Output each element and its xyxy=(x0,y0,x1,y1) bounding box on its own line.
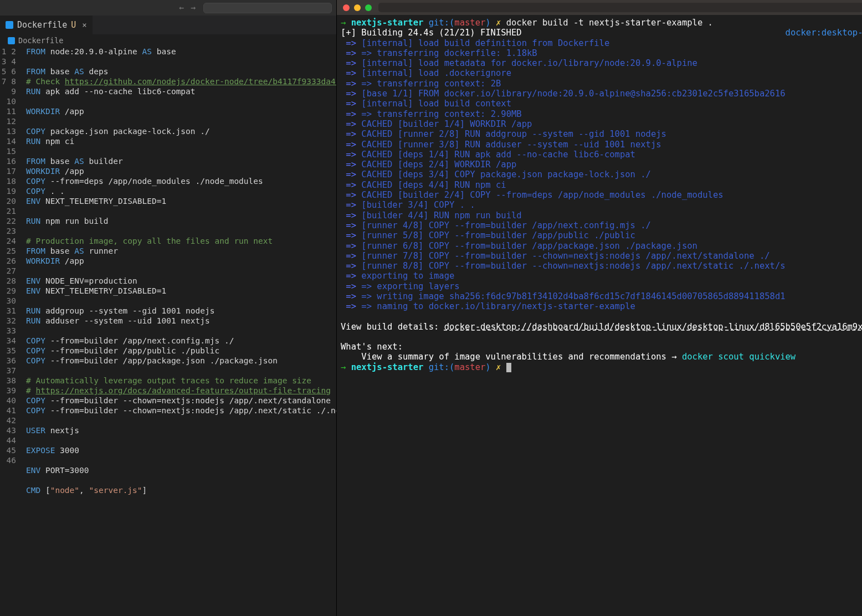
docker-icon xyxy=(8,37,15,44)
window-close-icon[interactable] xyxy=(343,4,350,11)
nav-forward-icon[interactable]: → xyxy=(191,3,196,13)
terminal-window: ⌥⌘1 → nextjs-starter git:(master) ✗ dock… xyxy=(337,0,862,616)
nav-back-icon[interactable]: ← xyxy=(179,3,184,13)
vscode-window: ← → Dockerfile U × Dockerfile 1 2 3 4 5 … xyxy=(0,0,337,616)
terminal-output[interactable]: → nextjs-starter git:(master) ✗ docker b… xyxy=(337,15,862,616)
window-minimize-icon[interactable] xyxy=(354,4,361,11)
breadcrumb[interactable]: Dockerfile xyxy=(0,34,336,47)
tab-close-icon[interactable]: × xyxy=(82,20,86,29)
tab-dockerfile[interactable]: Dockerfile U × xyxy=(0,16,93,34)
editor-tab-row: Dockerfile U × xyxy=(0,16,336,34)
terminal-cursor xyxy=(506,363,511,372)
command-center-search[interactable] xyxy=(203,3,332,13)
breadcrumb-filename: Dockerfile xyxy=(18,36,63,45)
editor-pane[interactable]: 1 2 3 4 5 6 7 8 9 10 11 12 13 14 15 16 1… xyxy=(0,47,336,616)
vscode-titlebar: ← → xyxy=(0,0,336,16)
terminal-title xyxy=(378,3,862,12)
window-zoom-icon[interactable] xyxy=(365,4,372,11)
tab-modified-badge: U xyxy=(71,20,76,30)
terminal-titlebar: ⌥⌘1 xyxy=(337,0,862,15)
tab-filename: Dockerfile xyxy=(17,20,67,30)
docker-icon xyxy=(6,21,13,29)
code-content[interactable]: FROM node:20.9.0-alpine AS base FROM bas… xyxy=(26,47,336,616)
line-number-gutter: 1 2 3 4 5 6 7 8 9 10 11 12 13 14 15 16 1… xyxy=(0,47,26,616)
window-traffic-lights xyxy=(343,4,372,11)
